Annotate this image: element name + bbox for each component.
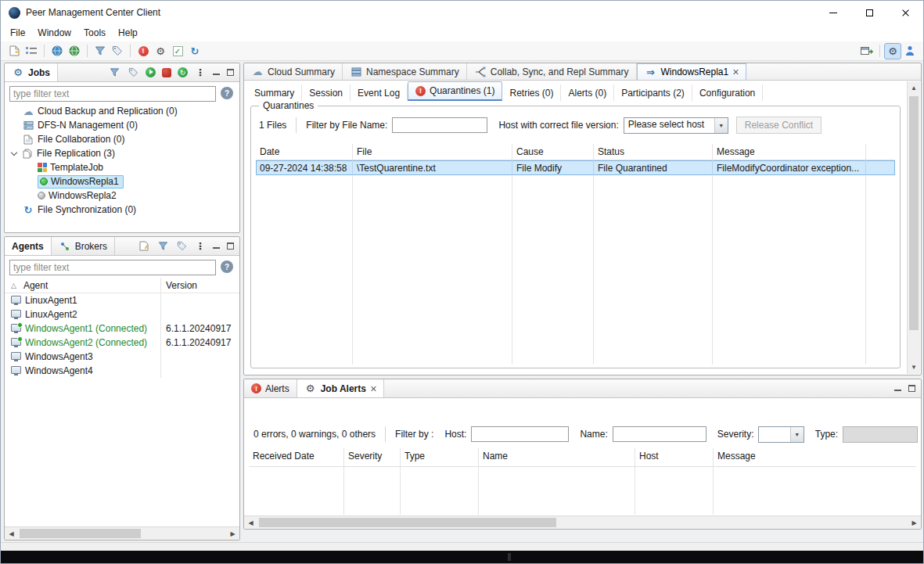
column-header-version[interactable]: Version — [161, 280, 239, 291]
open-perspective-button[interactable] — [858, 43, 875, 59]
agents-minimize-button[interactable] — [213, 242, 221, 250]
jobs-view-menu-button[interactable]: ⋮ — [194, 66, 207, 79]
severity-select[interactable]: ▼ — [758, 426, 804, 443]
menu-help[interactable]: Help — [112, 24, 144, 41]
release-conflict-button[interactable]: Release Conflict — [736, 117, 822, 134]
expander-icon[interactable] — [11, 149, 17, 156]
host-select[interactable]: Please select host ▼ — [624, 117, 728, 134]
agents-help-button[interactable]: ? — [221, 260, 233, 273]
agents-view-menu-button[interactable]: ⋮ — [194, 240, 207, 253]
tasks-button[interactable]: ✓ — [169, 43, 186, 59]
tree-item-file-sync[interactable]: ↻ File Synchronization (0) — [5, 203, 239, 217]
menu-file[interactable]: File — [4, 24, 31, 41]
agents-filter-input[interactable] — [9, 260, 216, 275]
agents-maximize-button[interactable] — [227, 242, 234, 250]
quarantine-row-selected[interactable]: 09-27-2024 14:38:58 \TestQuarentine.txt … — [256, 160, 895, 175]
agents-filter-button[interactable] — [156, 240, 169, 253]
stop-job-button[interactable] — [162, 68, 171, 77]
column-header-received-date[interactable]: Received Date — [249, 448, 344, 466]
jobs-tags-button[interactable] — [127, 66, 139, 79]
tab-job-alerts[interactable]: ⚙ Job Alerts — [297, 379, 384, 397]
alerts-maximize-button[interactable] — [908, 385, 915, 392]
column-header-status[interactable]: Status — [594, 144, 713, 160]
subtab-event-log[interactable]: Event Log — [351, 84, 408, 101]
type-select[interactable] — [843, 426, 918, 443]
column-header-name[interactable]: Name — [479, 448, 635, 466]
maximize-button[interactable] — [851, 1, 887, 24]
tab-collab-sync-repl-summary[interactable]: Collab, Sync, and Repl Summary — [467, 63, 637, 80]
tree-item-cloud-backup[interactable]: ☁ Cloud Backup and Replication (0) — [5, 104, 239, 118]
scroll-left-button[interactable]: ◀ — [5, 527, 18, 540]
agent-row[interactable]: WindowsAgent2 (Connected) 6.1.1.20240917 — [5, 336, 239, 350]
management-perspective-button[interactable]: ⚙ — [884, 43, 901, 59]
scrollbar-thumb[interactable] — [259, 518, 556, 527]
jobs-maximize-button[interactable] — [227, 69, 234, 76]
refresh-button[interactable]: ↻ — [186, 43, 203, 59]
tab-agents[interactable]: Agents — [5, 237, 52, 255]
column-header-file[interactable]: File — [353, 144, 512, 160]
subtab-retries[interactable]: Retries (0) — [502, 84, 561, 101]
jobs-help-button[interactable]: ? — [221, 87, 233, 99]
user-perspective-button[interactable] — [901, 43, 919, 59]
alerts-minimize-button[interactable] — [894, 385, 902, 392]
scroll-right-button[interactable]: ▶ — [908, 516, 921, 529]
tree-item-windowsrepla1[interactable]: WindowsRepla1 — [5, 174, 239, 189]
subtab-session[interactable]: Session — [302, 84, 351, 101]
tags-button[interactable] — [109, 43, 126, 59]
web-edit-button[interactable] — [66, 43, 83, 59]
agent-row[interactable]: LinuxAgent2 — [5, 307, 239, 322]
tab-brokers[interactable]: Brokers — [52, 237, 115, 255]
column-header-date[interactable]: Date — [256, 144, 353, 160]
close-tab-icon[interactable] — [370, 386, 376, 392]
tree-item-dfsn[interactable]: DFS-N Management (0) — [5, 118, 239, 132]
file-name-filter-input[interactable] — [392, 117, 487, 133]
agents-report-button[interactable] — [138, 240, 150, 253]
taskbar[interactable] — [1, 551, 923, 564]
job-alerts-button[interactable]: ⚙ — [152, 43, 169, 59]
column-header-severity[interactable]: Severity — [344, 448, 401, 466]
alerts-button[interactable]: ! — [135, 43, 152, 59]
agent-row[interactable]: WindowsAgent3 — [5, 350, 239, 364]
scroll-right-button[interactable]: ▶ — [226, 527, 239, 540]
tab-cloud-summary[interactable]: ☁ Cloud Summary — [244, 63, 343, 80]
column-header-message[interactable]: Message — [713, 144, 866, 160]
column-header-message[interactable]: Message — [714, 448, 916, 466]
restart-job-button[interactable]: ↻ — [178, 67, 188, 77]
subtab-participants[interactable]: Participants (2) — [614, 84, 692, 101]
tab-jobs[interactable]: ⚙ Jobs — [5, 63, 58, 81]
close-tab-icon[interactable] — [732, 69, 739, 75]
view-list-button[interactable] — [23, 43, 40, 59]
scroll-up-button[interactable]: ▲ — [908, 81, 920, 95]
scroll-left-button[interactable]: ◀ — [244, 516, 257, 529]
tree-item-file-replication[interactable]: File Replication (3) — [5, 146, 239, 160]
filter-button[interactable] — [92, 43, 109, 59]
alerts-host-input[interactable] — [471, 426, 569, 442]
menu-window[interactable]: Window — [31, 24, 77, 41]
agents-tags-button[interactable] — [175, 240, 188, 253]
subtab-configuration[interactable]: Configuration — [692, 84, 763, 101]
scroll-down-button[interactable]: ▼ — [908, 361, 920, 374]
jobs-filter-input[interactable] — [9, 86, 216, 102]
scrollbar-thumb[interactable] — [20, 529, 141, 538]
jobs-filter-button[interactable] — [108, 66, 120, 79]
web-button[interactable] — [49, 43, 66, 59]
subtab-alerts[interactable]: Alerts (0) — [561, 84, 614, 101]
new-job-button[interactable] — [5, 43, 23, 59]
tree-item-templatejob[interactable]: TemplateJob — [5, 160, 239, 174]
agent-row[interactable]: WindowsAgent1 (Connected) 6.1.1.20240917 — [5, 322, 239, 336]
subtab-summary[interactable]: Summary — [247, 84, 302, 101]
tree-item-windowsrepla2[interactable]: WindowsRepla2 — [5, 189, 239, 203]
tab-namespace-summary[interactable]: Namespace Summary — [343, 63, 467, 80]
menu-tools[interactable]: Tools — [77, 24, 112, 41]
agent-row[interactable]: WindowsAgent4 — [5, 364, 239, 378]
column-header-type[interactable]: Type — [401, 448, 479, 466]
start-job-button[interactable] — [146, 67, 156, 77]
minimize-button[interactable] — [815, 1, 851, 24]
scrollbar-thumb[interactable] — [909, 96, 919, 330]
jobs-minimize-button[interactable] — [213, 69, 221, 76]
agent-row[interactable]: LinuxAgent1 — [5, 293, 239, 307]
alerts-name-input[interactable] — [613, 426, 706, 442]
close-button[interactable] — [887, 1, 923, 24]
tab-alerts[interactable]: ! Alerts — [244, 379, 297, 397]
column-header-agent[interactable]: △ Agent — [5, 278, 161, 293]
